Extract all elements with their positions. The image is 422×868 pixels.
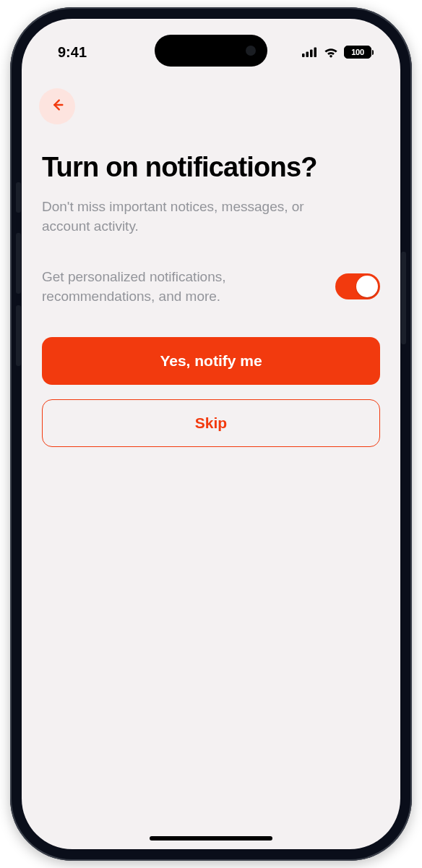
battery-icon: 100 — [344, 46, 371, 59]
toggle-label: Get personalized notifications, recommen… — [42, 267, 280, 307]
status-time: 9:41 — [58, 44, 87, 61]
page-content: Turn on notifications? Don't miss import… — [22, 82, 400, 849]
page-title: Turn on notifications? — [42, 152, 380, 184]
side-button — [16, 233, 21, 294]
toggle-thumb — [356, 276, 378, 297]
side-button — [16, 305, 21, 366]
svg-rect-0 — [302, 54, 305, 57]
dynamic-island — [155, 35, 267, 67]
svg-rect-2 — [310, 50, 313, 58]
skip-button[interactable]: Skip — [42, 399, 380, 447]
page-subtitle: Don't miss important notices, messages, … — [42, 197, 353, 237]
status-indicators: 100 — [302, 46, 371, 59]
personalized-toggle-row: Get personalized notifications, recommen… — [42, 267, 380, 307]
side-button — [401, 252, 406, 344]
svg-rect-1 — [306, 52, 309, 58]
svg-point-4 — [330, 55, 332, 58]
battery-level: 100 — [345, 46, 371, 58]
back-button[interactable] — [39, 88, 75, 124]
svg-rect-3 — [314, 48, 317, 58]
screen: 9:41 — [22, 19, 400, 849]
cellular-icon — [302, 47, 318, 57]
home-indicator[interactable] — [150, 836, 272, 841]
phone-frame: 9:41 — [10, 7, 412, 861]
personalized-toggle[interactable] — [335, 273, 380, 299]
arrow-left-icon — [49, 97, 65, 116]
side-button — [16, 182, 21, 213]
wifi-icon — [324, 47, 338, 58]
notify-me-button[interactable]: Yes, notify me — [42, 337, 380, 385]
